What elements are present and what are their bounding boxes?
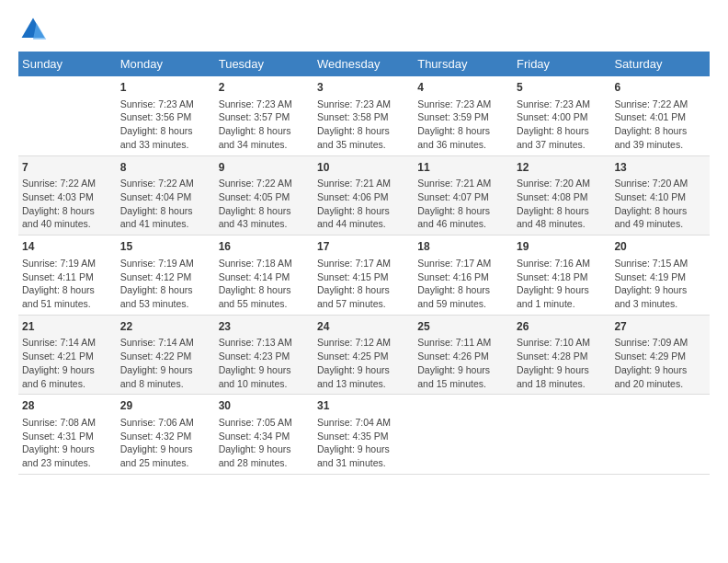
day-number: 21 bbox=[22, 319, 113, 335]
header bbox=[18, 15, 710, 44]
cell-content: Sunrise: 7:22 AMSunset: 4:05 PMDaylight:… bbox=[219, 177, 310, 231]
calendar-cell: 7Sunrise: 7:22 AMSunset: 4:03 PMDaylight… bbox=[18, 155, 117, 236]
day-number: 19 bbox=[517, 239, 607, 255]
cell-content: Sunrise: 7:17 AMSunset: 4:15 PMDaylight:… bbox=[317, 257, 410, 311]
calendar-cell: 4Sunrise: 7:23 AMSunset: 3:59 PMDaylight… bbox=[414, 76, 513, 155]
cell-content: Sunrise: 7:14 AMSunset: 4:21 PMDaylight:… bbox=[22, 336, 113, 390]
day-number: 9 bbox=[219, 160, 310, 176]
calendar-cell: 15Sunrise: 7:19 AMSunset: 4:12 PMDayligh… bbox=[117, 236, 215, 316]
calendar-header: Sunday Monday Tuesday Wednesday Thursday… bbox=[18, 52, 710, 76]
week-row-2: 7Sunrise: 7:22 AMSunset: 4:03 PMDaylight… bbox=[18, 155, 710, 236]
calendar-cell: 26Sunrise: 7:10 AMSunset: 4:28 PMDayligh… bbox=[513, 315, 610, 395]
cell-content: Sunrise: 7:23 AMSunset: 4:00 PMDaylight:… bbox=[517, 98, 607, 152]
calendar-cell: 17Sunrise: 7:17 AMSunset: 4:15 PMDayligh… bbox=[313, 236, 414, 316]
cell-content: Sunrise: 7:04 AMSunset: 4:35 PMDaylight:… bbox=[317, 416, 410, 470]
header-sunday: Sunday bbox=[18, 52, 117, 76]
calendar-cell: 10Sunrise: 7:21 AMSunset: 4:06 PMDayligh… bbox=[313, 155, 414, 236]
calendar-cell: 11Sunrise: 7:21 AMSunset: 4:07 PMDayligh… bbox=[414, 155, 513, 236]
cell-content: Sunrise: 7:10 AMSunset: 4:28 PMDaylight:… bbox=[517, 336, 607, 390]
calendar-cell: 8Sunrise: 7:22 AMSunset: 4:04 PMDaylight… bbox=[117, 155, 215, 236]
logo bbox=[18, 15, 51, 44]
calendar-cell: 18Sunrise: 7:17 AMSunset: 4:16 PMDayligh… bbox=[414, 236, 513, 316]
day-number: 30 bbox=[219, 398, 310, 414]
calendar-body: 1Sunrise: 7:23 AMSunset: 3:56 PMDaylight… bbox=[18, 76, 710, 474]
calendar-cell: 24Sunrise: 7:12 AMSunset: 4:25 PMDayligh… bbox=[313, 315, 414, 395]
cell-content: Sunrise: 7:19 AMSunset: 4:12 PMDaylight:… bbox=[120, 257, 211, 311]
calendar-cell bbox=[18, 76, 117, 155]
day-number: 15 bbox=[120, 239, 211, 255]
calendar-table: Sunday Monday Tuesday Wednesday Thursday… bbox=[18, 52, 710, 475]
calendar-cell: 5Sunrise: 7:23 AMSunset: 4:00 PMDaylight… bbox=[513, 76, 610, 155]
day-number: 24 bbox=[317, 319, 410, 335]
day-number: 12 bbox=[517, 160, 607, 176]
calendar-cell: 29Sunrise: 7:06 AMSunset: 4:32 PMDayligh… bbox=[117, 395, 215, 475]
day-number: 28 bbox=[22, 398, 113, 414]
calendar-cell bbox=[414, 395, 513, 475]
cell-content: Sunrise: 7:23 AMSunset: 3:59 PMDaylight:… bbox=[417, 98, 509, 152]
header-row: Sunday Monday Tuesday Wednesday Thursday… bbox=[18, 52, 710, 76]
cell-content: Sunrise: 7:09 AMSunset: 4:29 PMDaylight:… bbox=[614, 336, 706, 390]
calendar-cell: 30Sunrise: 7:05 AMSunset: 4:34 PMDayligh… bbox=[215, 395, 313, 475]
calendar-cell: 6Sunrise: 7:22 AMSunset: 4:01 PMDaylight… bbox=[610, 76, 710, 155]
day-number: 4 bbox=[417, 80, 509, 96]
cell-content: Sunrise: 7:17 AMSunset: 4:16 PMDaylight:… bbox=[417, 257, 509, 311]
cell-content: Sunrise: 7:06 AMSunset: 4:32 PMDaylight:… bbox=[120, 416, 211, 470]
day-number: 1 bbox=[120, 80, 211, 96]
day-number: 5 bbox=[517, 80, 607, 96]
day-number: 18 bbox=[417, 239, 509, 255]
cell-content: Sunrise: 7:23 AMSunset: 3:56 PMDaylight:… bbox=[120, 98, 211, 152]
cell-content: Sunrise: 7:20 AMSunset: 4:10 PMDaylight:… bbox=[614, 177, 706, 231]
day-number: 11 bbox=[417, 160, 509, 176]
day-number: 2 bbox=[219, 80, 310, 96]
week-row-3: 14Sunrise: 7:19 AMSunset: 4:11 PMDayligh… bbox=[18, 236, 710, 316]
day-number: 29 bbox=[120, 398, 211, 414]
day-number: 23 bbox=[219, 319, 310, 335]
calendar-cell: 31Sunrise: 7:04 AMSunset: 4:35 PMDayligh… bbox=[313, 395, 414, 475]
cell-content: Sunrise: 7:22 AMSunset: 4:03 PMDaylight:… bbox=[22, 177, 113, 231]
day-number: 16 bbox=[219, 239, 310, 255]
day-number: 20 bbox=[614, 239, 706, 255]
calendar-cell: 23Sunrise: 7:13 AMSunset: 4:23 PMDayligh… bbox=[215, 315, 313, 395]
cell-content: Sunrise: 7:13 AMSunset: 4:23 PMDaylight:… bbox=[219, 336, 310, 390]
cell-content: Sunrise: 7:08 AMSunset: 4:31 PMDaylight:… bbox=[22, 416, 113, 470]
cell-content: Sunrise: 7:11 AMSunset: 4:26 PMDaylight:… bbox=[417, 336, 509, 390]
calendar-cell: 25Sunrise: 7:11 AMSunset: 4:26 PMDayligh… bbox=[414, 315, 513, 395]
cell-content: Sunrise: 7:19 AMSunset: 4:11 PMDaylight:… bbox=[22, 257, 113, 311]
calendar-cell: 14Sunrise: 7:19 AMSunset: 4:11 PMDayligh… bbox=[18, 236, 117, 316]
header-thursday: Thursday bbox=[414, 52, 513, 76]
day-number: 27 bbox=[614, 319, 706, 335]
cell-content: Sunrise: 7:22 AMSunset: 4:01 PMDaylight:… bbox=[614, 98, 706, 152]
cell-content: Sunrise: 7:18 AMSunset: 4:14 PMDaylight:… bbox=[219, 257, 310, 311]
calendar-cell: 16Sunrise: 7:18 AMSunset: 4:14 PMDayligh… bbox=[215, 236, 313, 316]
calendar-cell: 27Sunrise: 7:09 AMSunset: 4:29 PMDayligh… bbox=[610, 315, 710, 395]
cell-content: Sunrise: 7:20 AMSunset: 4:08 PMDaylight:… bbox=[517, 177, 607, 231]
header-tuesday: Tuesday bbox=[215, 52, 313, 76]
calendar-cell: 12Sunrise: 7:20 AMSunset: 4:08 PMDayligh… bbox=[513, 155, 610, 236]
logo-icon bbox=[18, 15, 48, 44]
header-friday: Friday bbox=[513, 52, 610, 76]
day-number: 25 bbox=[417, 319, 509, 335]
day-number: 7 bbox=[22, 160, 113, 176]
cell-content: Sunrise: 7:21 AMSunset: 4:07 PMDaylight:… bbox=[417, 177, 509, 231]
cell-content: Sunrise: 7:16 AMSunset: 4:18 PMDaylight:… bbox=[517, 257, 607, 311]
day-number: 10 bbox=[317, 160, 410, 176]
calendar-cell: 2Sunrise: 7:23 AMSunset: 3:57 PMDaylight… bbox=[215, 76, 313, 155]
cell-content: Sunrise: 7:23 AMSunset: 3:58 PMDaylight:… bbox=[317, 98, 410, 152]
cell-content: Sunrise: 7:15 AMSunset: 4:19 PMDaylight:… bbox=[614, 257, 706, 311]
header-monday: Monday bbox=[117, 52, 215, 76]
day-number: 22 bbox=[120, 319, 211, 335]
day-number: 17 bbox=[317, 239, 410, 255]
day-number: 3 bbox=[317, 80, 410, 96]
calendar-cell: 20Sunrise: 7:15 AMSunset: 4:19 PMDayligh… bbox=[610, 236, 710, 316]
calendar-cell: 21Sunrise: 7:14 AMSunset: 4:21 PMDayligh… bbox=[18, 315, 117, 395]
calendar-cell bbox=[513, 395, 610, 475]
calendar-cell: 1Sunrise: 7:23 AMSunset: 3:56 PMDaylight… bbox=[117, 76, 215, 155]
cell-content: Sunrise: 7:23 AMSunset: 3:57 PMDaylight:… bbox=[219, 98, 310, 152]
cell-content: Sunrise: 7:21 AMSunset: 4:06 PMDaylight:… bbox=[317, 177, 410, 231]
calendar-cell: 9Sunrise: 7:22 AMSunset: 4:05 PMDaylight… bbox=[215, 155, 313, 236]
page-container: Sunday Monday Tuesday Wednesday Thursday… bbox=[0, 0, 728, 484]
calendar-cell: 3Sunrise: 7:23 AMSunset: 3:58 PMDaylight… bbox=[313, 76, 414, 155]
cell-content: Sunrise: 7:14 AMSunset: 4:22 PMDaylight:… bbox=[120, 336, 211, 390]
day-number: 14 bbox=[22, 239, 113, 255]
cell-content: Sunrise: 7:22 AMSunset: 4:04 PMDaylight:… bbox=[120, 177, 211, 231]
